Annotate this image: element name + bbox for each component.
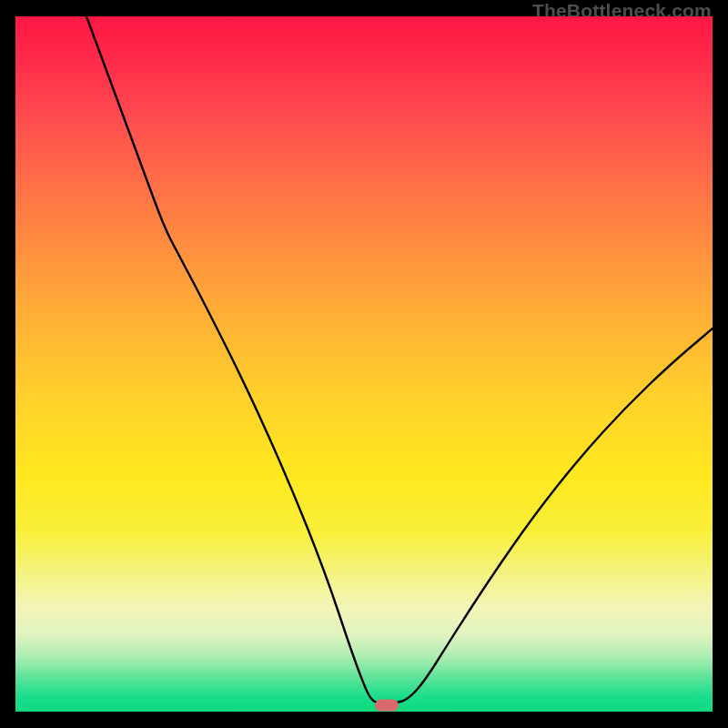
chart-frame bbox=[15, 16, 713, 712]
chart-background-gradient bbox=[15, 16, 713, 712]
minimum-marker bbox=[375, 700, 399, 712]
